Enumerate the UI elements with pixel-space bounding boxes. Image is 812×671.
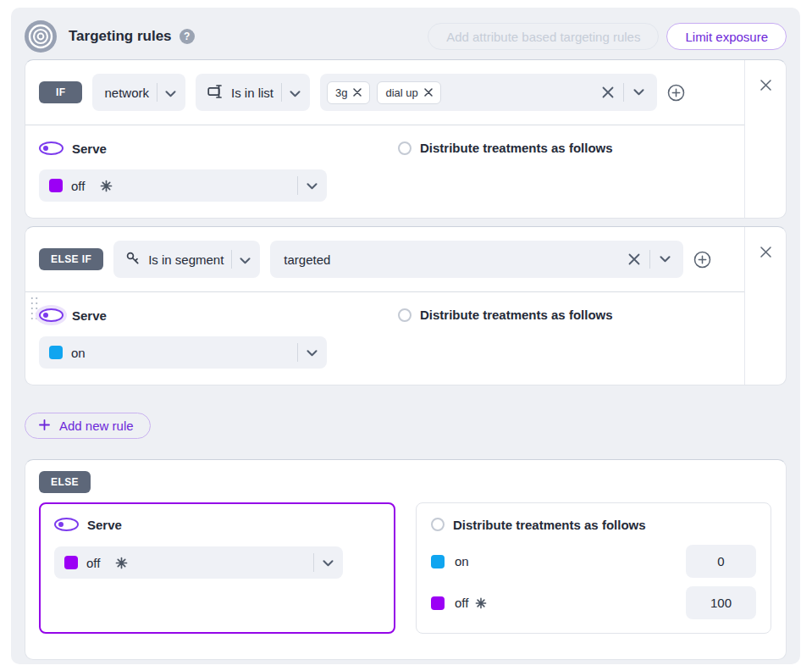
target-icon bbox=[25, 20, 57, 53]
rule-1-main: IF network Is in list 3g bbox=[25, 60, 744, 218]
treatment-color-swatch bbox=[431, 555, 445, 568]
expand-chevron-icon[interactable] bbox=[660, 256, 671, 263]
distribute-radio[interactable] bbox=[398, 308, 412, 322]
treatment-color-swatch bbox=[64, 556, 78, 569]
rule-card-else-if: ELSE IF Is in segment targeted bbox=[25, 226, 787, 385]
targeting-rules-panel: Targeting rules ? Add attribute based ta… bbox=[11, 8, 800, 664]
serve-label: Serve bbox=[72, 308, 107, 323]
else-panels: Serve off Distribute treatments as follo… bbox=[39, 502, 772, 634]
allocation-value-input[interactable]: 0 bbox=[686, 545, 756, 578]
allocation-row: off 100 bbox=[431, 586, 756, 619]
treatment-label: off bbox=[86, 556, 100, 570]
add-new-rule-button[interactable]: Add new rule bbox=[25, 413, 151, 439]
select-divider bbox=[297, 343, 298, 362]
distribute-option: Distribute treatments as follows bbox=[398, 308, 613, 322]
tag-remove-icon[interactable] bbox=[353, 88, 362, 97]
distribute-label: Distribute treatments as follows bbox=[453, 518, 646, 532]
treatment-label: off bbox=[71, 179, 85, 193]
select-divider bbox=[281, 83, 282, 102]
treatment-color-swatch bbox=[49, 179, 63, 192]
segment-value-input[interactable]: targeted bbox=[270, 241, 683, 278]
serve-option: Serve bbox=[39, 141, 731, 156]
chevron-down-icon bbox=[290, 86, 301, 100]
select-divider bbox=[313, 553, 314, 572]
else-badge: ELSE bbox=[39, 471, 91, 493]
help-icon[interactable]: ? bbox=[180, 29, 195, 44]
distribute-option: Distribute treatments as follows bbox=[398, 141, 613, 155]
treatment-label: on bbox=[71, 346, 86, 360]
default-treatment-asterisk-icon bbox=[115, 557, 128, 569]
serve-panel[interactable]: Serve off bbox=[39, 502, 395, 634]
serve-label: Serve bbox=[72, 141, 107, 156]
select-divider bbox=[623, 83, 624, 102]
select-controls bbox=[297, 343, 318, 362]
expand-chevron-icon[interactable] bbox=[633, 89, 644, 96]
rule-2-side bbox=[744, 227, 786, 385]
list-values-input[interactable]: 3g dial up bbox=[320, 74, 657, 111]
serve-option: Serve bbox=[54, 517, 380, 532]
distribute-panel[interactable]: Distribute treatments as follows on 0 of… bbox=[416, 502, 771, 634]
rule-1-side bbox=[744, 60, 786, 218]
remove-rule-button[interactable] bbox=[760, 247, 771, 258]
tag: 3g bbox=[327, 81, 370, 104]
select-divider bbox=[649, 250, 650, 269]
matcher-select-value: Is in segment bbox=[148, 252, 224, 267]
serve-radio[interactable] bbox=[39, 308, 64, 322]
add-condition-button[interactable] bbox=[667, 84, 685, 102]
limit-exposure-button[interactable]: Limit exposure bbox=[666, 23, 787, 50]
select-controls bbox=[313, 553, 334, 572]
tag-remove-icon[interactable] bbox=[424, 88, 433, 97]
tag-label: dial up bbox=[385, 86, 417, 99]
else-if-badge: ELSE IF bbox=[39, 248, 103, 270]
treatment-select[interactable]: on bbox=[39, 336, 327, 369]
add-condition-button[interactable] bbox=[693, 251, 711, 269]
default-treatment-asterisk-icon bbox=[100, 180, 113, 192]
serve-radio[interactable] bbox=[54, 518, 79, 531]
clear-input-icon[interactable] bbox=[628, 253, 640, 265]
allocation-value-input[interactable]: 100 bbox=[686, 586, 756, 619]
serve-radio[interactable] bbox=[39, 141, 64, 155]
matcher-select[interactable]: Is in segment bbox=[113, 241, 260, 278]
select-divider bbox=[231, 250, 232, 269]
rule-2-condition-row: ELSE IF Is in segment targeted bbox=[25, 227, 744, 292]
else-rule-card: ELSE Serve off bbox=[25, 459, 787, 660]
if-badge: IF bbox=[39, 81, 82, 103]
chevron-down-icon bbox=[307, 178, 318, 193]
segment-matcher-key-icon bbox=[125, 251, 141, 269]
plus-icon bbox=[39, 419, 50, 433]
serve-label: Serve bbox=[87, 518, 122, 532]
input-controls bbox=[628, 250, 673, 269]
distribute-label: Distribute treatments as follows bbox=[420, 141, 613, 155]
section-title: Targeting rules bbox=[69, 28, 172, 45]
segment-value: targeted bbox=[284, 252, 330, 267]
matcher-select[interactable]: Is in list bbox=[196, 74, 310, 111]
treatment-select[interactable]: off bbox=[39, 169, 327, 202]
distribute-radio[interactable] bbox=[398, 141, 412, 155]
select-controls bbox=[297, 176, 318, 195]
header: Targeting rules ? Add attribute based ta… bbox=[25, 21, 787, 52]
select-divider bbox=[297, 176, 298, 195]
default-treatment-asterisk-icon bbox=[475, 597, 487, 609]
string-matcher-icon bbox=[207, 84, 224, 102]
chevron-down-icon bbox=[240, 252, 251, 267]
clear-input-icon[interactable] bbox=[602, 86, 614, 98]
matcher-select-value: Is in list bbox=[231, 86, 273, 100]
rule-card-if: IF network Is in list 3g bbox=[25, 59, 787, 219]
distribute-radio[interactable] bbox=[431, 518, 445, 531]
treatment-color-swatch bbox=[431, 596, 445, 610]
add-new-rule-label: Add new rule bbox=[59, 419, 134, 433]
remove-rule-button[interactable] bbox=[760, 80, 771, 91]
chevron-down-icon bbox=[165, 86, 176, 100]
rule-2-serve-section: Serve Distribute treatments as follows o… bbox=[25, 292, 744, 385]
add-attribute-rules-button[interactable]: Add attribute based targeting rules bbox=[428, 23, 659, 50]
allocation-row: on 0 bbox=[431, 545, 756, 578]
serve-option: Serve bbox=[39, 308, 731, 323]
rule-1-condition-row: IF network Is in list 3g bbox=[25, 60, 744, 125]
input-controls bbox=[602, 83, 647, 102]
attribute-select-value: network bbox=[104, 86, 149, 100]
treatment-color-swatch bbox=[49, 346, 63, 359]
distribute-option: Distribute treatments as follows bbox=[431, 517, 756, 532]
treatment-select[interactable]: off bbox=[54, 546, 343, 579]
rule-2-main: ELSE IF Is in segment targeted bbox=[25, 227, 744, 385]
attribute-select[interactable]: network bbox=[92, 74, 185, 111]
